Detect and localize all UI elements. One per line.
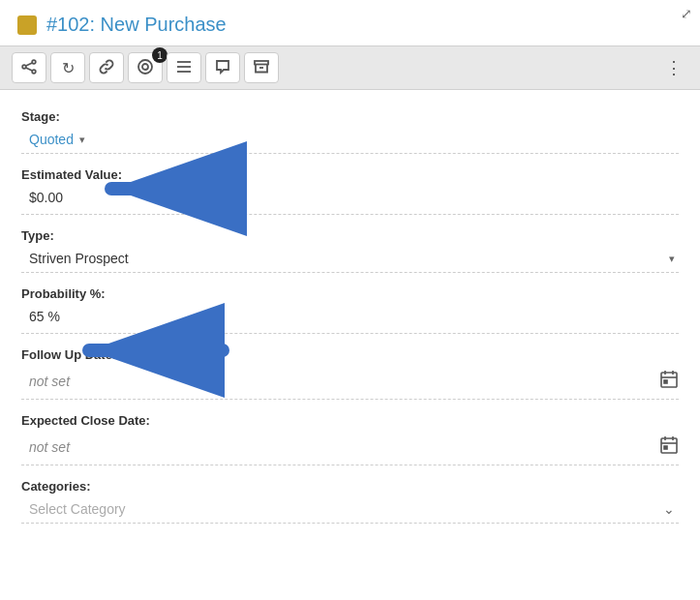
expected-close-row: not set bbox=[21, 432, 679, 465]
expand-button[interactable]: ⤢ bbox=[681, 6, 692, 21]
stage-label: Stage: bbox=[21, 109, 679, 124]
stage-row: Quoted ▾ bbox=[21, 128, 679, 154]
toolbar: ↻ 1 bbox=[0, 45, 700, 90]
comment-icon bbox=[215, 59, 230, 77]
more-options-button[interactable]: ⋮ bbox=[659, 53, 688, 82]
svg-point-6 bbox=[138, 60, 152, 74]
categories-row: Select Category ⌄ bbox=[21, 497, 679, 524]
list-button[interactable] bbox=[167, 52, 201, 83]
title-icon bbox=[17, 15, 37, 35]
svg-point-1 bbox=[22, 65, 26, 69]
stage-dropdown-icon[interactable]: ▾ bbox=[79, 134, 85, 146]
svg-point-2 bbox=[32, 70, 36, 74]
expected-close-value[interactable]: not set bbox=[29, 439, 652, 455]
svg-point-5 bbox=[142, 64, 148, 70]
connections-button[interactable]: 1 bbox=[128, 52, 163, 83]
share-icon bbox=[21, 59, 37, 77]
svg-rect-21 bbox=[664, 446, 667, 449]
connections-icon bbox=[137, 59, 153, 77]
stage-field: Stage: Quoted ▾ bbox=[21, 109, 679, 154]
refresh-button[interactable]: ↻ bbox=[50, 52, 85, 83]
categories-value[interactable]: Select Category bbox=[29, 501, 126, 517]
expected-close-calendar-icon[interactable] bbox=[659, 435, 679, 459]
link-icon bbox=[99, 59, 114, 77]
list-icon bbox=[176, 60, 192, 76]
expected-close-label: Expected Close Date: bbox=[21, 413, 679, 428]
link-button[interactable] bbox=[89, 52, 124, 83]
expected-close-field: Expected Close Date: not set bbox=[21, 413, 679, 465]
probability-field: Probability %: 65 % bbox=[21, 286, 679, 334]
archive-icon bbox=[254, 59, 269, 77]
title-bar: #102: New Purchase bbox=[0, 0, 700, 45]
categories-label: Categories: bbox=[21, 479, 679, 494]
follow-up-field: Follow Up Date: not set bbox=[21, 347, 679, 400]
svg-rect-10 bbox=[255, 61, 268, 65]
page-title: #102: New Purchase bbox=[46, 14, 227, 36]
follow-up-value[interactable]: not set bbox=[29, 374, 652, 389]
comment-button[interactable] bbox=[205, 52, 240, 83]
follow-up-row: not set bbox=[21, 366, 679, 400]
svg-line-3 bbox=[26, 63, 32, 66]
type-label: Type: bbox=[21, 228, 679, 243]
svg-line-4 bbox=[26, 68, 32, 71]
estimated-value-field: Estimated Value: $0.00 bbox=[21, 167, 679, 215]
estimated-value-label: Estimated Value: bbox=[21, 167, 679, 182]
refresh-icon: ↻ bbox=[62, 59, 75, 77]
svg-point-0 bbox=[32, 60, 36, 64]
type-dropdown-icon[interactable]: ▾ bbox=[669, 253, 675, 265]
follow-up-label: Follow Up Date: bbox=[21, 347, 679, 362]
share-button[interactable] bbox=[12, 52, 46, 83]
type-value[interactable]: Striven Prospect bbox=[29, 251, 129, 266]
probability-value[interactable]: 65 % bbox=[21, 305, 679, 334]
categories-dropdown-icon[interactable]: ⌄ bbox=[663, 501, 675, 517]
probability-label: Probability %: bbox=[21, 286, 679, 301]
type-field: Type: Striven Prospect ▾ bbox=[21, 228, 679, 273]
svg-rect-16 bbox=[664, 380, 667, 383]
estimated-value[interactable]: $0.00 bbox=[21, 186, 679, 215]
archive-button[interactable] bbox=[244, 52, 279, 83]
connections-badge: 1 bbox=[152, 47, 167, 63]
follow-up-calendar-icon[interactable] bbox=[659, 370, 679, 393]
stage-value[interactable]: Quoted bbox=[29, 132, 74, 147]
categories-field: Categories: Select Category ⌄ bbox=[21, 479, 679, 524]
form-body: Stage: Quoted ▾ Estimated Value: $0.00 T… bbox=[0, 90, 700, 556]
type-row: Striven Prospect ▾ bbox=[21, 247, 679, 273]
